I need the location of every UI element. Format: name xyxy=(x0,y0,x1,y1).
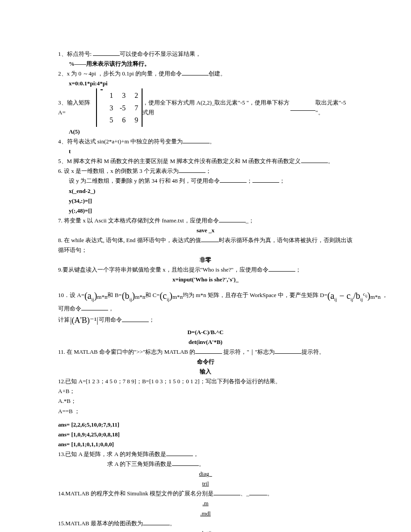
q11-ans1: 命令行 xyxy=(58,357,353,367)
q1: 1、标点符号: 可以使命令行不显示运算结果， xyxy=(58,49,353,59)
q1-answer: %——用来表示该行为注释行。 xyxy=(58,59,353,69)
q7: 7. 将变量 x 以 Ascii 文本格式存储到文件 fname.txt，应使用… xyxy=(58,216,353,226)
blank xyxy=(290,105,315,111)
q10-a: 10．设 A= xyxy=(58,292,84,299)
q4-text-b: 。 xyxy=(210,138,215,145)
q10-line3-c: ； xyxy=(149,317,155,323)
q13-ans2: tril xyxy=(58,479,353,489)
blank xyxy=(143,519,170,525)
q9-answer: x=input('Who is she?','s')_ xyxy=(58,275,353,285)
t: ) xyxy=(169,291,172,301)
blank xyxy=(249,489,267,495)
q2-answer: x=0:0.1*pi:4*pi xyxy=(58,79,353,88)
q6-line2-a: 设 y 为二维数组，要删除 y 的第 34 行和 48 列，可使用命令 xyxy=(69,177,220,184)
blank xyxy=(93,50,120,56)
q10-line2: 可用命令， xyxy=(58,304,353,314)
q12-line2: A+B； xyxy=(58,386,353,396)
q10-line2-a: 可用命令 xyxy=(58,305,81,312)
formula-calc: |(A'B)⁻¹| xyxy=(70,315,99,325)
t: ij xyxy=(360,297,363,302)
q13-line1-b: ， xyxy=(193,451,199,457)
cell: 6 xyxy=(113,114,126,126)
t: m*n xyxy=(370,293,381,300)
q6-line1-b: ； xyxy=(206,168,211,174)
cell: 9 xyxy=(126,114,138,126)
q7-text-b: _； xyxy=(246,217,255,224)
cell: 2 xyxy=(126,89,138,101)
q14-text-a: 14.MATLAB 的程序文件和 Simulink 模型文件的扩展名分别是 xyxy=(58,490,214,497)
matrix-icon: 132 3-57 569 xyxy=(96,88,143,127)
t: m*n xyxy=(97,293,107,300)
t: 和 xyxy=(107,292,113,299)
q6-line2-b: ； xyxy=(247,177,252,184)
blank xyxy=(220,176,247,183)
t: /b xyxy=(353,291,361,301)
cell: 5 xyxy=(101,114,113,126)
q4-answer: t xyxy=(58,147,353,156)
q2: 2、x 为 0 ～4pi ，步长为 0.1pi 的向量，使用命令创建。 xyxy=(58,69,353,79)
t: ) xyxy=(367,291,370,301)
q11: 11. 在 MATLAB 命令窗口中的">>"标志为 MATLAB 的 提示符，… xyxy=(58,347,353,357)
q4-text-a: 4、符号表达式 sin(2*a+t)+m 中独立的符号变量为 xyxy=(58,138,183,145)
q11-ans2: 输入 xyxy=(58,367,353,377)
q2-text-b: 创建。 xyxy=(209,70,226,77)
blank xyxy=(219,216,246,222)
q13-line1: 13.已知 A 是矩阵，求 A 的对角矩阵函数是， xyxy=(58,449,353,459)
q9: 9.要从键盘读入一个字符串并赋值给变量 x，且给出提示"Who is she?"… xyxy=(58,265,353,275)
t: B= xyxy=(113,292,122,299)
q13-line2-a: 求 A 的下三角矩阵函数是 xyxy=(107,461,172,467)
q15-text-b: 。 xyxy=(170,520,176,527)
q5-text-a: 5、M 脚本文件和 M 函数文件的主要区别是 M 脚本文件没有函数定义和 M 函… xyxy=(58,158,301,164)
blank xyxy=(275,348,302,354)
q5: 5、M 脚本文件和 M 函数文件的主要区别是 M 脚本文件没有函数定义和 M 函… xyxy=(58,156,353,166)
q10-line3: 计算|(A'B)⁻¹|可用命令； xyxy=(58,314,353,327)
q9-text-b: ； xyxy=(295,266,301,273)
q3-text-a: 3、输入矩阵 A= xyxy=(58,98,96,117)
blank xyxy=(201,236,219,242)
formula-a: (aij) xyxy=(84,291,97,301)
q10-line2-b: ， xyxy=(108,305,114,312)
t: (b xyxy=(122,291,130,301)
q10-ans1: D=(A-C)/B.^C xyxy=(58,327,353,337)
q3-text-c: 取出元素"-5 "。 xyxy=(315,98,353,117)
blank xyxy=(179,167,206,173)
q10-line3-a: 计算 xyxy=(58,317,70,323)
q12-ans1: ans= [2,2,6;5,10,0;7,9,11] xyxy=(58,420,353,430)
formula-d: (aij − cij/bijcij) xyxy=(327,291,370,301)
q11-text-a: 11. 在 MATLAB 命令窗口中的">>"标志为 MATLAB 的 xyxy=(58,348,195,355)
formula-c: (cij) xyxy=(160,291,172,301)
blank xyxy=(166,450,193,456)
q15: 15.MATLAB 最基本的绘图函数为。 xyxy=(58,519,353,528)
q6-line2-c: ； xyxy=(279,177,285,184)
formula-b: (bij) xyxy=(122,291,135,301)
cell: 3 xyxy=(101,102,113,114)
t: 均为 m*n 矩阵，且存在于 WorkSpace 中，要产生矩阵 D= xyxy=(183,292,327,299)
q10-line3-b: 可用命令 xyxy=(99,317,122,323)
q6-ans3: y(:,48)=[] xyxy=(58,206,353,216)
q1-text-a: 1、标点符号: xyxy=(58,50,93,57)
cell: 7 xyxy=(126,102,138,114)
blank xyxy=(214,489,240,495)
q8-text-a: 8. 在 while 表达式, 语句体, End 循环语句中，表达式的值 xyxy=(58,237,201,243)
q14-ans2: .mdl xyxy=(58,509,353,519)
q12-line3: A.*B； xyxy=(58,396,353,406)
q3: 3、输入矩阵 A= 132 3-57 569 ，使用全下标方式用 A(2,2)_… xyxy=(58,88,353,127)
q10-line1: 10．设 A=(aij)m*n和 B=(bij)m*n和 C=(cij)m*n均… xyxy=(58,288,353,304)
blank xyxy=(81,304,108,310)
blank xyxy=(183,137,210,143)
blank xyxy=(172,460,199,466)
q8-answer: 非零 xyxy=(58,255,353,265)
q6-ans2: y(34,:)=[] xyxy=(58,196,353,206)
q15-ans: plot() xyxy=(58,528,353,532)
q4: 4、符号表达式 sin(2*a+t)+m 中独立的符号变量为。 xyxy=(58,137,353,147)
q12-line1: 12.已知 A=[1 2 3；4 5 0；7 8 9]；B=[1 0 3；1 5… xyxy=(58,377,353,386)
q12-ans3: ans= [1,0,1;0,1,1;0,0,0] xyxy=(58,440,353,449)
q1-text-b: 可以使命令行不显示运算结果， xyxy=(120,50,201,57)
q6-line2: 设 y 为二维数组，要删除 y 的第 34 行和 48 列，可使用命令；； xyxy=(58,176,353,186)
t: m*n xyxy=(172,293,183,300)
q14: 14.MATLAB 的程序文件和 Simulink 模型文件的扩展名分别是、_。 xyxy=(58,489,353,498)
q11-text-c: 提示符。 xyxy=(302,348,325,355)
q3-text-b: ，使用全下标方式用 A(2,2)_取出元素"-5 "，使用单下标方式用 xyxy=(143,98,290,117)
t: ， xyxy=(382,292,388,299)
t: m*n xyxy=(135,293,145,300)
